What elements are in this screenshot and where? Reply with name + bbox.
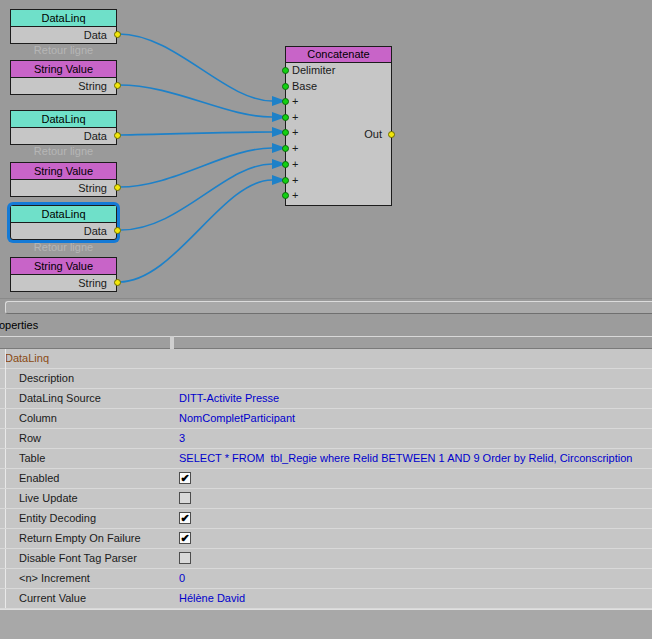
- property-row-return-empty-on-failure[interactable]: Return Empty On Failure ✔: [0, 529, 652, 549]
- property-label: Disable Font Tag Parser: [19, 552, 137, 564]
- property-value[interactable]: 0: [179, 569, 185, 588]
- property-label: <n> Increment: [19, 572, 90, 584]
- property-value[interactable]: NomCompletParticipant: [179, 409, 295, 428]
- port-label: Data: [84, 128, 107, 144]
- port-label: Delimiter: [292, 64, 335, 76]
- output-port-dot[interactable]: [114, 184, 121, 191]
- node-title: DataLinq: [11, 10, 116, 27]
- property-label: Row: [19, 432, 41, 444]
- node-datalinq-2[interactable]: DataLinq Data: [10, 110, 117, 145]
- input-port-dot[interactable]: [282, 114, 289, 121]
- disable-font-tag-parser-checkbox[interactable]: [179, 552, 191, 564]
- property-row-current-value[interactable]: Current Value Hélène David: [0, 589, 652, 609]
- property-label: Enabled: [19, 472, 59, 484]
- node-concatenate[interactable]: Concatenate Delimiter Base + + + + + + +…: [285, 46, 392, 206]
- output-port-out[interactable]: Out: [364, 127, 391, 141]
- datalinq-editor-window: DataLinq Data Retour ligne String Value …: [0, 0, 652, 639]
- column-header-name: [0, 336, 170, 349]
- input-port-plus-1[interactable]: +: [286, 94, 298, 108]
- port-label: String: [78, 78, 107, 94]
- input-port-dot[interactable]: [282, 83, 289, 90]
- port-label: String: [78, 180, 107, 196]
- property-value[interactable]: SELECT * FROM tbl_Regie where Relid BETW…: [179, 449, 632, 468]
- input-port-dot[interactable]: [282, 177, 289, 184]
- node-title: DataLinq: [11, 206, 116, 223]
- node-datalinq-1[interactable]: DataLinq Data: [10, 9, 117, 44]
- node-title: Concatenate: [286, 47, 391, 63]
- input-port-dot[interactable]: [282, 192, 289, 199]
- port-label: String: [78, 275, 107, 291]
- output-port-dot[interactable]: [114, 132, 121, 139]
- wire-4[interactable]: [119, 148, 272, 187]
- panel-splitter-strip: [0, 298, 652, 315]
- property-row-column[interactable]: Column NomCompletParticipant: [0, 409, 652, 429]
- input-port-dot[interactable]: [282, 129, 289, 136]
- node-title: DataLinq: [11, 111, 116, 128]
- input-port-plus-2[interactable]: +: [286, 110, 298, 124]
- property-row-enabled[interactable]: Enabled ✔: [0, 469, 652, 489]
- input-port-dot[interactable]: [282, 98, 289, 105]
- port-label: Data: [84, 27, 107, 43]
- port-label: Out: [364, 128, 382, 140]
- node-string-value-2[interactable]: String Value String: [10, 162, 117, 197]
- property-row-n-increment[interactable]: <n> Increment 0: [0, 569, 652, 589]
- wire-6[interactable]: [119, 180, 272, 282]
- node-string-value-3[interactable]: String Value String: [10, 257, 117, 292]
- input-port-plus-6[interactable]: +: [286, 173, 298, 187]
- output-port-dot[interactable]: [114, 227, 121, 234]
- input-port-base[interactable]: Base: [286, 79, 317, 93]
- property-label: Entity Decoding: [19, 512, 96, 524]
- property-row-description[interactable]: Description: [0, 369, 652, 389]
- input-port-plus-5[interactable]: +: [286, 157, 298, 171]
- property-row-live-update[interactable]: Live Update: [0, 489, 652, 509]
- property-section-header[interactable]: DataLinq: [0, 349, 652, 369]
- input-port-delimiter[interactable]: Delimiter: [286, 63, 335, 77]
- property-row-row[interactable]: Row 3: [0, 429, 652, 449]
- input-port-dot[interactable]: [282, 161, 289, 168]
- property-value[interactable]: DITT-Activite Presse: [179, 389, 279, 408]
- property-row-entity-decoding[interactable]: Entity Decoding ✔: [0, 509, 652, 529]
- node-title: String Value: [11, 61, 116, 78]
- output-port-dot[interactable]: [114, 279, 121, 286]
- enabled-checkbox[interactable]: ✔: [179, 472, 191, 484]
- property-row-datalinq-source[interactable]: DataLinq Source DITT-Activite Presse: [0, 389, 652, 409]
- return-empty-checkbox[interactable]: ✔: [179, 532, 191, 544]
- node-datalinq-3-selected[interactable]: DataLinq Data: [10, 205, 117, 240]
- properties-caption-bar: operties: [0, 314, 652, 336]
- port-label: +: [292, 189, 298, 201]
- property-row-table[interactable]: Table SELECT * FROM tbl_Regie where Reli…: [0, 449, 652, 469]
- property-value[interactable]: 3: [179, 429, 185, 448]
- output-port-dot[interactable]: [388, 131, 395, 138]
- port-label: Data: [84, 223, 107, 239]
- input-port-plus-3[interactable]: +: [286, 125, 298, 139]
- wire-3[interactable]: [119, 132, 272, 135]
- wire-2[interactable]: [119, 85, 272, 117]
- input-port-plus-7[interactable]: +: [286, 188, 298, 202]
- property-label: Live Update: [19, 492, 78, 504]
- input-port-plus-4[interactable]: +: [286, 141, 298, 155]
- node-body: String: [11, 275, 116, 291]
- property-grid: DataLinq Description DataLinq Source DIT…: [0, 349, 652, 609]
- wire-5[interactable]: [121, 164, 272, 230]
- output-port-dot[interactable]: [114, 31, 121, 38]
- node-body: String: [11, 180, 116, 196]
- property-grid-column-header: [0, 336, 652, 349]
- node-body: Data: [11, 128, 116, 144]
- panel-splitter-handle[interactable]: [5, 301, 652, 314]
- entity-decoding-checkbox[interactable]: ✔: [179, 512, 191, 524]
- output-port-dot[interactable]: [114, 82, 121, 89]
- node-footer-label: Retour ligne: [10, 241, 117, 253]
- wire-1[interactable]: [119, 34, 272, 101]
- node-graph-canvas[interactable]: DataLinq Data Retour ligne String Value …: [0, 0, 652, 298]
- input-port-dot[interactable]: [282, 145, 289, 152]
- port-label: +: [292, 95, 298, 107]
- property-row-disable-font-tag-parser[interactable]: Disable Font Tag Parser: [0, 549, 652, 569]
- input-port-dot[interactable]: [282, 67, 289, 74]
- port-label: +: [292, 158, 298, 170]
- node-footer-label: Retour ligne: [10, 44, 117, 56]
- node-string-value-1[interactable]: String Value String: [10, 60, 117, 95]
- port-label: +: [292, 174, 298, 186]
- port-label: +: [292, 111, 298, 123]
- property-value[interactable]: Hélène David: [179, 589, 245, 608]
- live-update-checkbox[interactable]: [179, 492, 191, 504]
